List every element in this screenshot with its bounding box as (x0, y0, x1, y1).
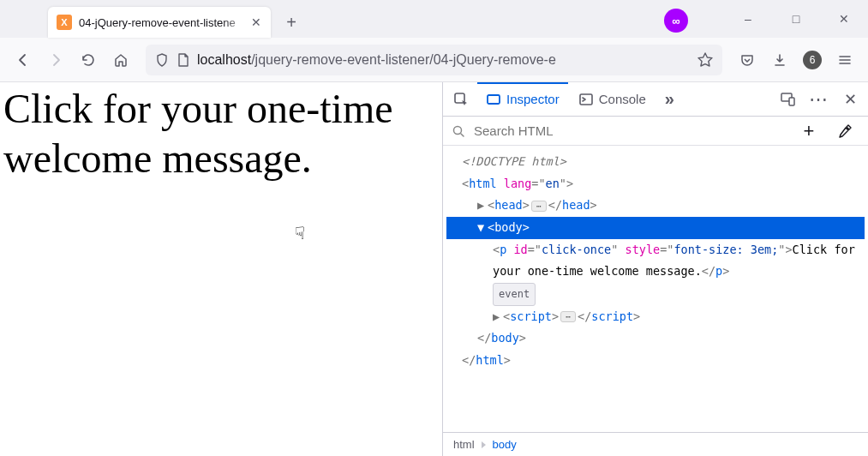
element-picker-button[interactable] (446, 85, 476, 114)
app-menu-button[interactable] (830, 45, 859, 75)
url-path: /jquery-remove-event-listener/04-jQuery-… (251, 52, 556, 67)
tab-inspector[interactable]: Inspector (477, 82, 568, 117)
arrow-left-icon (15, 51, 32, 69)
responsive-mode-button[interactable] (774, 85, 803, 114)
reload-icon (81, 52, 96, 68)
html-search-input[interactable] (472, 123, 787, 139)
star-icon[interactable] (697, 51, 714, 69)
browser-tab[interactable]: X 04-jQuery-remove-event-listene ✕ (48, 7, 271, 38)
html-open-line[interactable]: <html lang="en"> (446, 173, 865, 195)
chevron-right-icon (482, 441, 486, 448)
tab-inspector-label: Inspector (506, 92, 560, 106)
svg-rect-4 (789, 98, 794, 105)
home-icon (113, 52, 129, 68)
body-open-line[interactable]: ▼<body> (446, 217, 865, 239)
tab-bar: X 04-jQuery-remove-event-listene ✕ + ∞ –… (0, 0, 868, 38)
hamburger-icon (837, 52, 853, 68)
tab-console[interactable]: Console (570, 82, 655, 117)
devtools-menu-button[interactable]: ⋯ (805, 85, 834, 114)
picker-icon (452, 91, 470, 108)
head-line[interactable]: ▶<head>⋯</head> (446, 195, 865, 217)
close-tab-icon[interactable]: ✕ (248, 15, 264, 30)
extensions-button[interactable]: 6 (798, 45, 827, 75)
devtools-close-button[interactable]: ✕ (835, 85, 865, 114)
eyedropper-icon (837, 123, 853, 139)
url-host: localhost (197, 52, 251, 67)
tab-favicon: X (57, 15, 72, 30)
pointer-cursor-icon: ☟ (295, 223, 305, 243)
inspector-icon (486, 92, 501, 107)
back-button[interactable] (9, 45, 38, 75)
page-icon (177, 52, 190, 68)
url-text: localhost/jquery-remove-event-listener/0… (197, 52, 690, 68)
p-element-line[interactable]: <p id="click-once" style="font-size: 3em… (446, 239, 865, 283)
svg-rect-2 (580, 94, 592, 105)
eyedropper-button[interactable] (830, 117, 859, 146)
tab-console-label: Console (599, 92, 646, 106)
ellipsis-icon[interactable]: ⋯ (531, 201, 547, 212)
ellipsis-icon[interactable]: ⋯ (560, 311, 576, 322)
devices-icon (780, 91, 797, 108)
search-icon (452, 124, 465, 138)
add-node-button[interactable]: + (794, 117, 823, 146)
html-search-bar: + (443, 117, 868, 146)
doctype-line[interactable]: <!DOCTYPE html> (446, 151, 865, 173)
downloads-button[interactable] (765, 45, 794, 75)
svg-rect-1 (488, 95, 500, 104)
window-maximize-button[interactable]: □ (772, 0, 820, 38)
body-close-line[interactable]: </body> (446, 327, 865, 350)
crumb-html[interactable]: html (453, 438, 475, 451)
pocket-icon (739, 52, 755, 68)
arrow-right-icon (47, 51, 64, 69)
navigation-toolbar: localhost/jquery-remove-event-listener/0… (0, 38, 868, 82)
event-badge[interactable]: event (493, 283, 536, 306)
html-tree[interactable]: <!DOCTYPE html> <html lang="en"> ▶<head>… (443, 146, 868, 456)
event-badge-line[interactable]: event (446, 283, 865, 306)
address-bar[interactable]: localhost/jquery-remove-event-listener/0… (146, 45, 722, 75)
profile-avatar[interactable]: ∞ (664, 9, 688, 33)
window-close-button[interactable]: ✕ (820, 0, 868, 38)
devtools-tab-bar: Inspector Console » ⋯ ✕ (443, 82, 868, 117)
forward-button[interactable] (41, 45, 70, 75)
breadcrumb-bar: html body (443, 432, 868, 456)
download-icon (772, 52, 787, 68)
home-button[interactable] (106, 45, 135, 75)
html-close-line[interactable]: </html> (446, 350, 865, 372)
counter-badge: 6 (803, 51, 822, 69)
reload-button[interactable] (74, 45, 103, 75)
pocket-button[interactable] (733, 45, 762, 75)
window-controls: – □ ✕ (724, 0, 868, 38)
console-icon (578, 92, 594, 107)
page-paragraph[interactable]: Click for your one-time welcome message. (3, 86, 393, 181)
content-area: Click for your one-time welcome message.… (0, 82, 868, 456)
shield-icon (154, 52, 170, 68)
new-tab-button[interactable]: + (278, 9, 305, 36)
svg-point-5 (454, 126, 462, 134)
devtools-panel: Inspector Console » ⋯ ✕ + <!DOCTYPE html… (442, 82, 868, 456)
tab-title: 04-jQuery-remove-event-listene (79, 16, 248, 29)
crumb-body[interactable]: body (493, 438, 517, 451)
page-body[interactable]: Click for your one-time welcome message.… (0, 82, 442, 456)
tabs-overflow-button[interactable]: » (656, 82, 683, 117)
window-minimize-button[interactable]: – (724, 0, 772, 38)
script-line[interactable]: ▶<script>⋯</script> (446, 306, 865, 328)
